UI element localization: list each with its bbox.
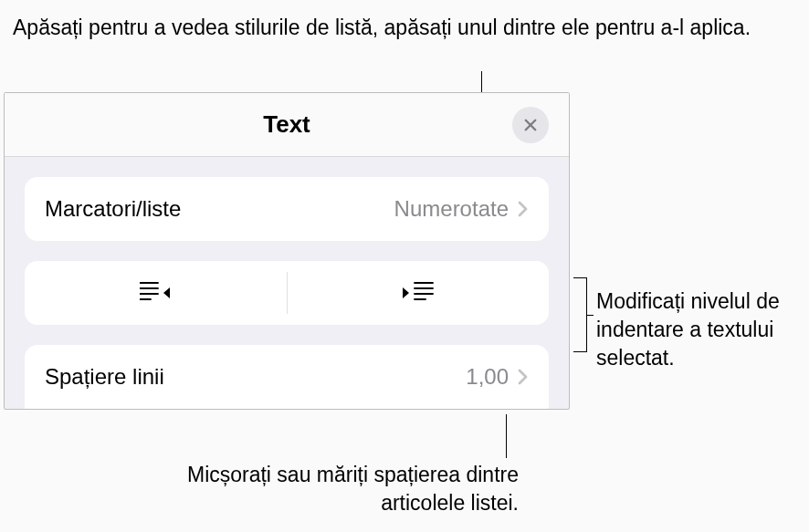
indent-icon: [403, 281, 434, 305]
bullets-lists-label: Marcatori/liste: [45, 196, 394, 222]
chevron-right-icon: [518, 201, 529, 217]
leader-line-bottom: [506, 414, 507, 458]
close-icon: [522, 117, 539, 133]
outdent-button[interactable]: [25, 261, 287, 325]
indent-button[interactable]: [288, 261, 550, 325]
bullets-lists-row[interactable]: Marcatori/liste Numerotate: [25, 177, 549, 241]
bullets-lists-value: Numerotate: [394, 196, 509, 222]
panel-body: Marcatori/liste Numerotate: [5, 157, 569, 409]
callout-bottom-text: Micșorați sau măriți spațierea dintre ar…: [135, 461, 519, 517]
line-spacing-value: 1,00: [466, 364, 509, 390]
chevron-right-icon: [518, 369, 529, 385]
close-button[interactable]: [512, 107, 549, 143]
panel-header: Text: [5, 93, 569, 157]
callout-top-text: Apăsați pentru a vedea stilurile de list…: [13, 15, 751, 42]
panel-title: Text: [263, 110, 310, 139]
indent-controls-row: [25, 261, 549, 325]
line-spacing-label: Spațiere linii: [45, 364, 466, 390]
bracket-indicator: [573, 277, 588, 352]
line-spacing-row[interactable]: Spațiere linii 1,00: [25, 345, 549, 409]
callout-right-text: Modificați nivelul de indentare a textul…: [596, 287, 809, 372]
text-format-panel: Text Marcatori/liste Numerotate: [4, 92, 570, 410]
outdent-icon: [140, 281, 171, 305]
